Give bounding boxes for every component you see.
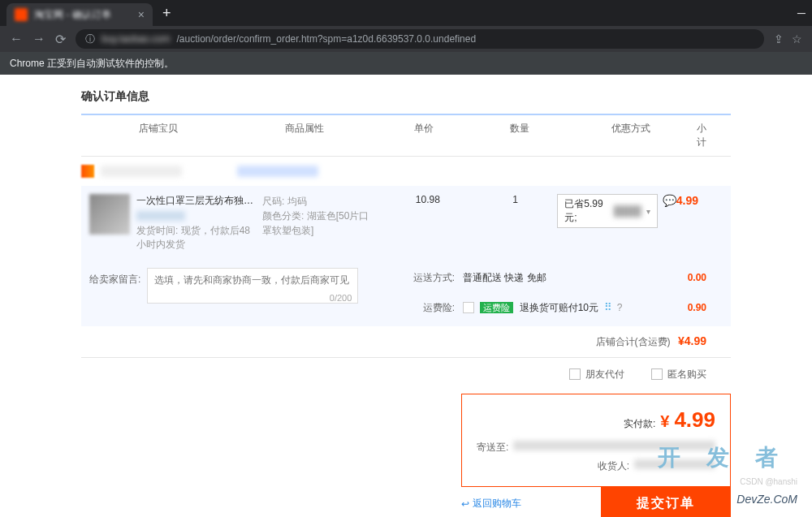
product-row: 一次性口罩三层无纺布独立包装... 发货时间: 现货，付款后48小时内发货 尺码… (81, 186, 731, 260)
nav-reload-icon[interactable]: ⟳ (55, 32, 66, 47)
seller-message-counter: 0/200 (330, 293, 352, 303)
final-payment-box: 实付款: ¥ 4.99 寄送至: 收货人: (461, 394, 731, 487)
header-shop: 店铺宝贝 (81, 122, 235, 149)
submit-order-button[interactable]: 提交订单 (601, 487, 731, 517)
discount-text: 已省5.99元; (564, 197, 608, 225)
anonymous-option[interactable]: 匿名购买 (651, 368, 706, 381)
column-headers: 店铺宝贝 商品属性 单价 数量 优惠方式 小计 (81, 114, 731, 157)
purchase-options: 朋友代付 匿名购买 (81, 358, 731, 390)
final-payment-label: 实付款: (624, 417, 655, 431)
product-ship-note: 发货时间: 现货，付款后48小时内发货 (136, 224, 254, 252)
insurance-help-icon[interactable]: ? (617, 302, 623, 313)
insurance-checkbox[interactable] (463, 302, 474, 313)
discount-detail-blur: ████ (614, 205, 641, 217)
shop-total-value: ¥4.99 (678, 334, 706, 347)
url-path: /auction/order/confirm_order.htm?spm=a1z… (177, 33, 477, 45)
anonymous-checkbox[interactable] (651, 368, 663, 380)
address-label: 寄送至: (477, 441, 508, 455)
final-currency: ¥ (660, 412, 669, 431)
back-to-cart-label: 返回购物车 (473, 497, 521, 511)
product-info: 一次性口罩三层无纺布独立包装... 发货时间: 现货，付款后48小时内发货 (136, 194, 254, 252)
shipping-method-label: 运送方式: (398, 271, 455, 285)
shipping-method-value: 普通配送 快递 免邮 (463, 271, 674, 285)
header-discount: 优惠方式 (566, 122, 697, 149)
bookmark-star-icon[interactable]: ☆ (792, 32, 802, 45)
lower-section: 给卖家留言: 0/200 运送方式: 普通配送 快递 免邮 0.00 运费险: … (81, 260, 731, 326)
shipping-method-price: 0.00 (674, 272, 723, 283)
automation-notice-text: Chrome 正受到自动测试软件的控制。 (10, 57, 174, 71)
site-info-icon[interactable]: ⓘ (85, 32, 95, 46)
chevron-down-icon: ▾ (646, 207, 650, 216)
page-content: 确认订单信息 店铺宝贝 商品属性 单价 数量 优惠方式 小计 一次性口罩三层无纺… (0, 75, 812, 517)
back-to-cart-link[interactable]: ↩ 返回购物车 (461, 497, 521, 511)
address-value (513, 441, 715, 450)
shipping-column: 运送方式: 普通配送 快递 免邮 0.00 运费险: 运费险 退换货可赔付10元… (398, 268, 723, 318)
share-icon[interactable]: ⇪ (774, 32, 784, 45)
header-attr: 商品属性 (235, 122, 374, 149)
product-unit-price: 10.98 (382, 194, 473, 252)
url-host: buy.taobao.com (102, 33, 171, 45)
attr-color-label: 颜色分类: (262, 210, 304, 222)
nav-back-icon[interactable]: ← (10, 32, 23, 46)
discount-select[interactable]: 已省5.99元; ████ ▾ (557, 194, 657, 228)
shop-extra-badge (237, 166, 318, 177)
url-bar[interactable]: ⓘ buy.taobao.com /auction/order/confirm_… (76, 29, 764, 49)
seller-message-input[interactable] (147, 268, 358, 304)
receiver-label: 收货人: (598, 459, 629, 473)
shipping-insurance-price: 0.90 (674, 302, 723, 313)
browser-tab-strip: 淘宝网 - 确认订单 × + ─ (0, 0, 812, 26)
shop-total-label: 店铺合计(含运费) (596, 336, 671, 347)
product-thumbnail[interactable] (89, 194, 130, 235)
final-amount: 4.99 (674, 407, 715, 433)
product-quantity: 1 (473, 194, 557, 252)
tab-close-icon[interactable]: × (138, 8, 145, 21)
seller-message-wrap: 给卖家留言: 0/200 (89, 268, 358, 318)
new-tab-button[interactable]: + (162, 5, 171, 22)
shipping-insurance-value: 运费险 退换货可赔付10元 ⠿ ? (463, 301, 674, 315)
attr-size-label: 尺码: (262, 196, 284, 207)
confirm-order-title: 确认订单信息 (81, 89, 731, 104)
automation-notice: Chrome 正受到自动测试软件的控制。 (0, 52, 812, 75)
product-subtotal: 4.99 (676, 194, 723, 252)
back-arrow-icon: ↩ (461, 498, 469, 510)
browser-nav-bar: ← → ⟳ ⓘ buy.taobao.com /auction/order/co… (0, 26, 812, 52)
shop-header-row (81, 157, 731, 186)
window-minimize-icon[interactable]: ─ (797, 6, 806, 19)
friend-pay-option[interactable]: 朋友代付 (569, 368, 624, 381)
product-attributes: 尺码: 均码 颜色分类: 湖蓝色[50片口罩软塑包装] (254, 194, 382, 252)
tab-title: 淘宝网 - 确认订单 (34, 8, 132, 22)
product-title[interactable]: 一次性口罩三层无纺布独立包装... (136, 194, 254, 208)
friend-pay-label: 朋友代付 (585, 368, 624, 381)
chat-icon[interactable]: 💬 (663, 194, 676, 207)
seller-message-label: 给卖家留言: (89, 268, 140, 287)
tab-favicon (15, 8, 28, 21)
insurance-text: 退换货可赔付10元 (520, 302, 598, 313)
header-qty: 数量 (473, 122, 566, 149)
actions-row: ↩ 返回购物车 提交订单 (81, 487, 731, 517)
product-shop-badge (136, 211, 185, 221)
product-discount: 已省5.99元; ████ ▾ 💬 (557, 194, 676, 252)
shop-total-row: 店铺合计(含运费) ¥4.99 (81, 326, 731, 358)
browser-tab[interactable]: 淘宝网 - 确认订单 × (6, 3, 153, 26)
nav-forward-icon[interactable]: → (32, 32, 45, 46)
shop-name[interactable] (101, 166, 182, 177)
friend-pay-checkbox[interactable] (569, 368, 581, 380)
attr-size-value: 均码 (287, 196, 307, 207)
anonymous-label: 匿名购买 (667, 368, 706, 381)
header-subtotal: 小计 (697, 122, 731, 149)
shipping-insurance-label: 运费险: (398, 301, 455, 315)
insurance-badge: 运费险 (480, 302, 513, 313)
shop-logo-icon (81, 165, 94, 178)
insurance-info-icon[interactable]: ⠿ (604, 301, 612, 313)
receiver-value (634, 459, 715, 469)
header-price: 单价 (374, 122, 473, 149)
